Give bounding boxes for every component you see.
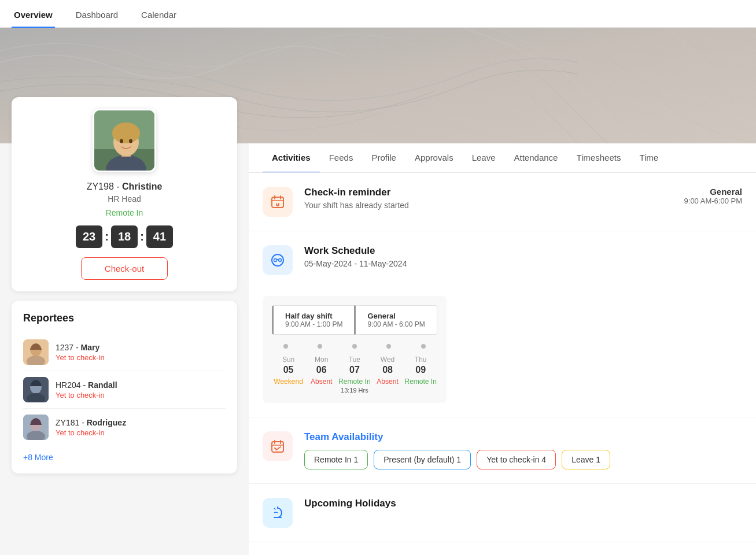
day-tue: Tue 07 Remote In 13:19 Hrs bbox=[338, 356, 371, 394]
tab-calendar[interactable]: Calendar bbox=[139, 3, 179, 28]
reportee-avatar-mary bbox=[23, 339, 49, 365]
chip-present[interactable]: Present (by default) 1 bbox=[374, 450, 471, 469]
checkin-reminder-subtitle: Your shift has already started bbox=[304, 201, 673, 210]
dot-1 bbox=[283, 344, 288, 349]
upcoming-holidays-card: Upcoming Holidays bbox=[249, 484, 756, 542]
upcoming-holidays-title: Upcoming Holidays bbox=[304, 498, 742, 509]
tab-activities[interactable]: Activities bbox=[263, 143, 320, 173]
chip-yet-to-checkin[interactable]: Yet to check-in 4 bbox=[477, 450, 556, 469]
schedule-shifts: Half day shift 9:00 AM - 1:00 PM General… bbox=[272, 305, 437, 335]
reportee-avatar-rodriguez bbox=[23, 415, 49, 440]
checkin-reminder-card: Check-in reminder Your shift has already… bbox=[249, 173, 756, 231]
upcoming-holidays-icon bbox=[263, 498, 293, 528]
shift-general: General 9:00 AM - 6:00 PM bbox=[354, 305, 437, 335]
dot-5 bbox=[421, 344, 426, 349]
profile-name-text: Christine bbox=[122, 182, 162, 191]
day-wed: Wed 08 Absent bbox=[371, 356, 404, 386]
dot-3 bbox=[352, 344, 357, 349]
work-schedule-dates: 05-May-2024 - 11-May-2024 bbox=[304, 259, 407, 268]
checkout-button[interactable]: Check-out bbox=[81, 257, 168, 280]
checkin-reminder-meta: General 9:00 AM-6:00 PM bbox=[684, 187, 742, 205]
team-availability-content: Team Availability Remote In 1 Present (b… bbox=[304, 431, 742, 469]
tab-attendance[interactable]: Attendance bbox=[505, 143, 567, 173]
timeline-dots bbox=[272, 344, 437, 349]
reportee-info-randall: HR204 - Randall Yet to check-in bbox=[56, 380, 226, 399]
reportee-status-rodriguez: Yet to check-in bbox=[56, 428, 226, 437]
main-layout: ZY198 - Christine HR Head Remote In 23 :… bbox=[0, 143, 756, 555]
reportee-item[interactable]: 1237 - Mary Yet to check-in bbox=[23, 334, 226, 371]
tab-leave[interactable]: Leave bbox=[463, 143, 505, 173]
svg-rect-28 bbox=[272, 442, 283, 452]
svg-point-9 bbox=[129, 139, 132, 143]
tab-approvals[interactable]: Approvals bbox=[405, 143, 463, 173]
reportee-status-mary: Yet to check-in bbox=[56, 353, 226, 362]
reportees-section: Reportees 1237 - Mary Yet to check-in bbox=[12, 301, 237, 473]
reportee-name-randall: HR204 - Randall bbox=[56, 380, 226, 390]
profile-avatar bbox=[93, 109, 156, 172]
team-availability-icon bbox=[263, 431, 293, 461]
timer-minutes: 18 bbox=[111, 225, 138, 248]
work-schedule-title: Work Schedule bbox=[304, 245, 407, 257]
tab-time[interactable]: Time bbox=[630, 143, 668, 173]
tab-profile[interactable]: Profile bbox=[362, 143, 405, 173]
timer: 23 : 18 : 41 bbox=[23, 225, 226, 248]
reportees-title: Reportees bbox=[23, 312, 226, 324]
work-schedule-card: Work Schedule 05-May-2024 - 11-May-2024 … bbox=[249, 231, 756, 417]
checkin-reminder-shift: General bbox=[684, 187, 742, 197]
svg-point-26 bbox=[274, 259, 277, 262]
top-navigation: Overview Dashboard Calendar bbox=[0, 0, 756, 28]
checkin-reminder-time: 9:00 AM-6:00 PM bbox=[684, 197, 742, 205]
day-thu: Thu 09 Remote In bbox=[404, 356, 437, 386]
dot-2 bbox=[318, 344, 322, 349]
day-sun: Sun 05 Weekend bbox=[272, 356, 305, 386]
reportee-status-randall: Yet to check-in bbox=[56, 391, 226, 399]
team-availability-title[interactable]: Team Availability bbox=[304, 431, 742, 443]
timer-colon-2: : bbox=[140, 230, 144, 243]
timer-hours: 23 bbox=[76, 225, 102, 248]
tab-dashboard[interactable]: Dashboard bbox=[73, 3, 120, 28]
profile-title: HR Head bbox=[23, 194, 226, 204]
profile-employee-id: ZY198 - Christine bbox=[23, 182, 226, 192]
reportee-name-mary: 1237 - Mary bbox=[56, 343, 226, 352]
more-reportees-link[interactable]: +8 More bbox=[23, 453, 226, 462]
shift-halfday: Half day shift 9:00 AM - 1:00 PM bbox=[272, 305, 354, 335]
checkin-reminder-title: Check-in reminder bbox=[304, 187, 673, 198]
dot-4 bbox=[386, 344, 391, 349]
timer-colon-1: : bbox=[105, 230, 109, 243]
reportee-item[interactable]: HR204 - Randall Yet to check-in bbox=[23, 371, 226, 409]
reportee-avatar-randall bbox=[23, 377, 49, 402]
tab-feeds[interactable]: Feeds bbox=[320, 143, 363, 173]
right-content: Activities Feeds Profile Approvals Leave… bbox=[249, 143, 756, 555]
reportee-info-rodriguez: ZY181 - Rodriguez Yet to check-in bbox=[56, 418, 226, 437]
profile-card: ZY198 - Christine HR Head Remote In 23 :… bbox=[12, 97, 237, 291]
chip-remote-in[interactable]: Remote In 1 bbox=[304, 450, 368, 469]
availability-chips: Remote In 1 Present (by default) 1 Yet t… bbox=[304, 450, 742, 469]
team-availability-card: Team Availability Remote In 1 Present (b… bbox=[249, 417, 756, 484]
days-row: Sun 05 Weekend Mon 06 Absent Tue 07 bbox=[272, 351, 437, 394]
reportee-info-mary: 1237 - Mary Yet to check-in bbox=[56, 343, 226, 362]
tab-overview[interactable]: Overview bbox=[12, 3, 55, 28]
chip-leave[interactable]: Leave 1 bbox=[562, 450, 610, 469]
checkin-reminder-content: Check-in reminder Your shift has already… bbox=[304, 187, 673, 210]
svg-point-27 bbox=[279, 259, 282, 262]
svg-point-8 bbox=[120, 139, 123, 143]
svg-line-34 bbox=[274, 508, 275, 509]
profile-status: Remote In bbox=[23, 208, 226, 217]
schedule-timeline: Half day shift 9:00 AM - 1:00 PM General… bbox=[263, 296, 447, 403]
content-area: Check-in reminder Your shift has already… bbox=[249, 173, 756, 542]
activity-tabs: Activities Feeds Profile Approvals Leave… bbox=[249, 143, 756, 173]
tab-timesheets[interactable]: Timesheets bbox=[567, 143, 630, 173]
timer-seconds: 41 bbox=[146, 225, 173, 248]
reportee-name-rodriguez: ZY181 - Rodriguez bbox=[56, 418, 226, 427]
upcoming-holidays-content: Upcoming Holidays bbox=[304, 498, 742, 512]
checkin-reminder-icon bbox=[263, 187, 293, 217]
day-mon: Mon 06 Absent bbox=[305, 356, 338, 386]
work-schedule-icon bbox=[263, 245, 293, 275]
reportee-item[interactable]: ZY181 - Rodriguez Yet to check-in bbox=[23, 409, 226, 446]
left-sidebar: ZY198 - Christine HR Head Remote In 23 :… bbox=[0, 97, 249, 555]
